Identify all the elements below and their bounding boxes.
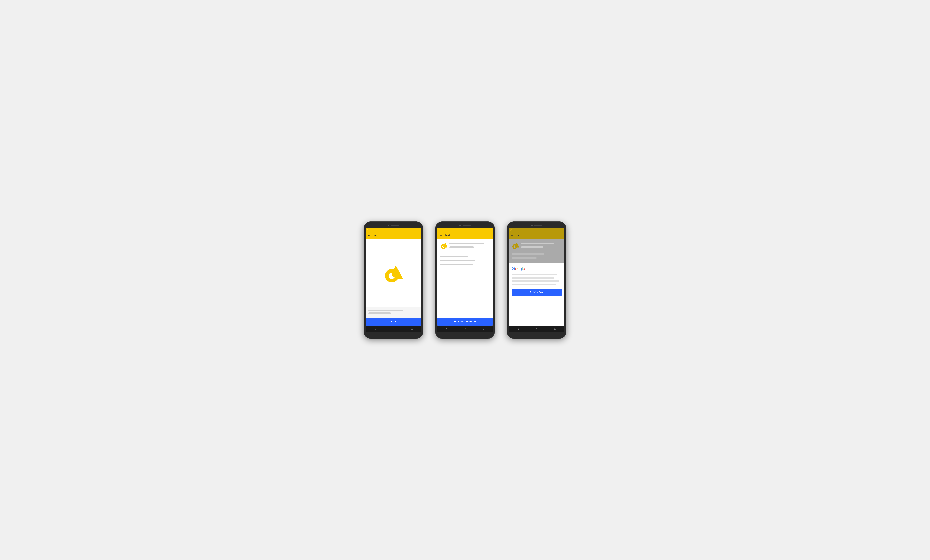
phone-2-app-bar: ← Text [437, 232, 493, 239]
phone-2-header-text [450, 242, 490, 249]
phone-3-camera [531, 225, 533, 227]
phone-1-buy-button[interactable]: Buy [366, 318, 421, 325]
phone-3-screen: ⚡ ← Text [509, 228, 564, 325]
phone-3-content: Google BUY NOW [509, 239, 564, 325]
product-logo-small-2 [440, 242, 448, 249]
phone-1-content: Buy [366, 239, 421, 325]
phone-2-back-icon[interactable]: ← [439, 233, 442, 237]
ph-line-4 [440, 260, 475, 261]
phone-3: ⚡ ← Text [507, 221, 567, 339]
phone-2-nav-bar: ◁ ○ □ [437, 325, 493, 332]
phone-1-top-bar [366, 224, 421, 228]
phone-1-camera [388, 225, 390, 227]
phone-1-nav-home[interactable]: ○ [393, 327, 394, 330]
ph-line-3 [440, 256, 468, 257]
ph-line-1 [450, 242, 484, 244]
ph-line-2 [450, 246, 474, 248]
phone-2-speaker [463, 225, 471, 226]
phone-3-payment-sheet: Google BUY NOW [509, 263, 564, 325]
phone-1-speaker [391, 225, 399, 226]
phone-1-nav-bar: ◁ ○ □ [366, 325, 421, 332]
google-letter-o1: o [515, 266, 517, 271]
phone-3-nav-recent[interactable]: □ [554, 327, 556, 330]
phone-2-pay-button[interactable]: Pay with Google [437, 318, 493, 325]
phone-1-nav-recent[interactable]: □ [411, 327, 413, 330]
phone-2-detail-content [437, 252, 493, 318]
phone-3-overlay-top [509, 239, 564, 263]
phone-3-top-bar [509, 224, 564, 228]
phone-2-screen: ⚡ ← Text [437, 228, 493, 325]
payment-field-2 [511, 277, 554, 279]
phone-2-detail-header [437, 239, 493, 252]
phone-3-nav-home[interactable]: ○ [536, 327, 537, 330]
phone-3-bottom-bar [509, 332, 564, 337]
phone-2-bottom-bar [437, 332, 493, 337]
phones-container: ⚡ ← Text [363, 221, 567, 339]
phone-3-status-icon: ⚡ [510, 229, 512, 231]
phone-2-status-icon: ⚡ [438, 229, 440, 231]
google-letter-g: G [511, 266, 515, 271]
phone-2-nav-home[interactable]: ○ [464, 327, 466, 330]
phone-2-nav-back[interactable]: ◁ [445, 327, 448, 330]
phone-2-top-bar [437, 224, 493, 228]
phone-1: ⚡ ← Text [363, 221, 423, 339]
phone-2-nav-recent[interactable]: □ [483, 327, 485, 330]
ph-line-ot2 [521, 246, 544, 248]
google-letter-g2: g [519, 266, 522, 271]
payment-field-1 [511, 273, 557, 275]
phone-3-buy-now-button[interactable]: BUY NOW [511, 288, 562, 296]
google-letter-o2: o [517, 266, 519, 271]
phone-1-nav-back[interactable]: ◁ [374, 327, 376, 330]
phone-1-title: Text [373, 233, 379, 237]
phone-1-bottom-bar [366, 332, 421, 337]
phone-3-back-icon[interactable]: ← [511, 233, 514, 237]
phone-2-title: Text [444, 233, 450, 237]
placeholder-line-1 [368, 310, 403, 311]
phone-1-app-bar: ← Text [366, 232, 421, 239]
phone-2: ⚡ ← Text [435, 221, 495, 339]
phone-3-app-bar: ← Text [509, 232, 564, 239]
product-logo-small-3 [511, 242, 519, 249]
phone-2-status-bar: ⚡ [437, 228, 493, 232]
phone-3-overlay-rows [509, 252, 564, 262]
payment-field-4 [511, 284, 556, 285]
phone-1-back-icon[interactable]: ← [368, 233, 371, 237]
payment-field-3 [511, 280, 559, 282]
phone-3-nav-back[interactable]: ◁ [517, 327, 519, 330]
phone-3-nav-bar: ◁ ○ □ [509, 325, 564, 332]
phone-1-product-info [366, 307, 421, 318]
phone-3-overlay-text [521, 242, 562, 249]
phone-2-content: Pay with Google [437, 239, 493, 325]
product-logo-large [382, 264, 405, 283]
ph-line-ot1 [521, 242, 553, 244]
phone-1-product-image [366, 239, 421, 307]
google-logo: Google [511, 266, 562, 271]
phone-1-status-bar: ⚡ [366, 228, 421, 232]
phone-1-screen: ⚡ ← Text [366, 228, 421, 325]
phone-2-camera [459, 225, 461, 227]
placeholder-line-2 [368, 313, 391, 314]
ph-line-5 [440, 264, 473, 265]
phone-3-status-bar: ⚡ [509, 228, 564, 232]
phone-1-status-icon: ⚡ [367, 229, 369, 231]
google-letter-e: e [523, 266, 525, 271]
phone-3-overlay-header [509, 239, 564, 252]
ph-line-ob2 [511, 257, 537, 259]
ph-line-ob1 [511, 253, 544, 255]
phone-3-title: Text [516, 233, 522, 237]
phone-3-speaker [534, 225, 542, 226]
